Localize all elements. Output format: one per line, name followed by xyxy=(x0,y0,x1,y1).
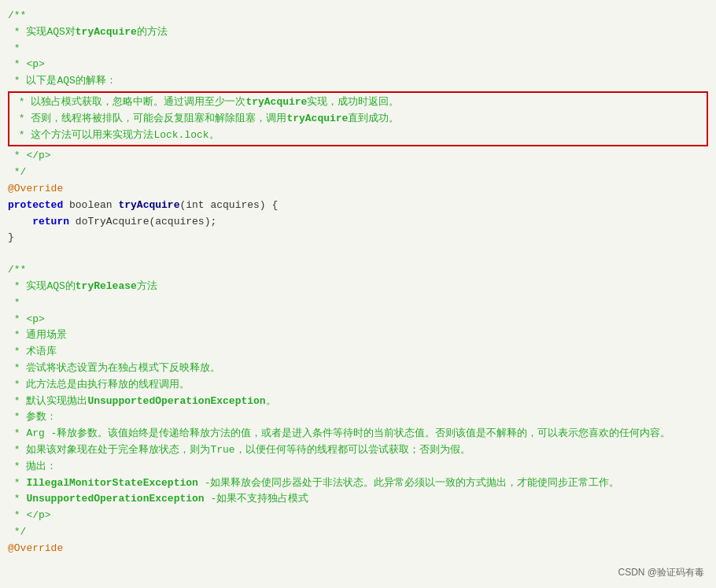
comment-text: * </p> xyxy=(8,508,51,524)
highlight-line-2: * 否则，线程将被排队，可能会反复阻塞和解除阻塞，调用tryAcquire直到成… xyxy=(13,111,703,128)
code-text: doTryAcquire(acquires); xyxy=(69,214,216,231)
highlight-line-1: * 以独占模式获取，忽略中断。通过调用至少一次tryAcquire实现，成功时返… xyxy=(13,94,703,111)
comment-text: /** xyxy=(8,262,26,279)
code-line: * 以下是AQS的解释： xyxy=(0,73,716,90)
watermark: CSDN @验证码有毒 xyxy=(618,565,704,580)
code-line: * 术语库 xyxy=(0,344,716,361)
code-line: * 实现AQS的tryRelease方法 xyxy=(0,279,716,295)
code-line-brace: } xyxy=(0,230,716,246)
comment-text: * <p> xyxy=(8,312,45,328)
comment-text: -如果不支持独占模式 xyxy=(205,491,309,508)
comment-text: * xyxy=(8,475,26,492)
code-line: */ xyxy=(0,165,716,181)
comment-text: * <p> xyxy=(8,57,45,73)
comment-text: * 以下是AQS的解释： xyxy=(8,73,116,90)
code-text xyxy=(8,214,32,231)
code-line: * 抛出： xyxy=(0,459,716,475)
keyword-protected: protected xyxy=(8,198,63,214)
code-text: (int acquires) { xyxy=(179,198,278,214)
comment-text: * 术语库 xyxy=(8,344,57,361)
comment-text: 。 xyxy=(266,394,276,410)
comment-text: */ xyxy=(8,524,26,541)
code-line: * xyxy=(0,41,716,57)
code-line: * IllegalMonitorStateException -如果释放会使同步… xyxy=(0,475,716,492)
keyword-return: return xyxy=(32,214,69,231)
brace-text: } xyxy=(8,230,14,246)
comment-bold: IllegalMonitorStateException xyxy=(26,475,197,492)
code-line: * 默认实现抛出UnsupportedOperationException。 xyxy=(0,394,716,410)
code-line: * <p> xyxy=(0,312,716,328)
comment-text: 方法 xyxy=(137,279,157,295)
code-line: * 参数： xyxy=(0,409,716,426)
code-line: * <p> xyxy=(0,57,716,73)
highlight-block: * 以独占模式获取，忽略中断。通过调用至少一次tryAcquire实现，成功时返… xyxy=(8,91,708,146)
comment-text: /** xyxy=(8,8,26,24)
code-line: * xyxy=(0,295,716,312)
code-line: * </p> xyxy=(0,148,716,165)
annotation-text-2: @Override xyxy=(8,541,63,557)
comment-text: * xyxy=(8,41,20,57)
comment-text: * 尝试将状态设置为在独占模式下反映释放。 xyxy=(8,361,220,377)
watermark-text: CSDN @验证码有毒 xyxy=(618,567,704,578)
comment-text: * xyxy=(8,295,20,312)
comment-text: * xyxy=(8,491,26,508)
comment-text: -如果释放会使同步器处于非法状态。此异常必须以一致的方式抛出，才能使同步正常工作… xyxy=(198,475,620,492)
comment-text: * 默认实现抛出 xyxy=(8,394,87,410)
code-line: * 通用场景 xyxy=(0,327,716,344)
code-line: * UnsupportedOperationException -如果不支持独占… xyxy=(0,491,716,508)
comment-text: * </p> xyxy=(8,148,51,165)
code-line: /** xyxy=(0,262,716,279)
code-line-method: protected boolean tryAcquire (int acquir… xyxy=(0,198,716,214)
comment-text: * Arg -释放参数。该值始终是传递给释放方法的值，或者是进入条件等待时的当前… xyxy=(8,426,670,442)
comment-bold: tryAcquire xyxy=(76,24,137,41)
comment-bold: UnsupportedOperationException xyxy=(87,394,265,410)
comment-text: * 实现AQS的 xyxy=(8,279,76,295)
comment-text: 的方法 xyxy=(137,24,168,41)
code-line-return: return doTryAcquire(acquires); xyxy=(0,214,716,231)
highlight-line-3: * 这个方法可以用来实现方法Lock.lock。 xyxy=(13,128,703,144)
comment-text: * 此方法总是由执行释放的线程调用。 xyxy=(8,377,190,394)
code-line: * 此方法总是由执行释放的线程调用。 xyxy=(0,377,716,394)
comment-text: */ xyxy=(8,165,26,181)
code-line: * 实现AQS对tryAcquire的方法 xyxy=(0,24,716,41)
method-name: tryAcquire xyxy=(118,198,179,214)
code-line-override: @Override xyxy=(0,181,716,198)
empty-line xyxy=(0,246,716,262)
code-text: boolean xyxy=(63,198,118,214)
code-line-override2: @Override xyxy=(0,541,716,557)
code-line: /** xyxy=(0,8,716,24)
annotation-text: @Override xyxy=(8,181,63,198)
comment-text: * 如果该对象现在处于完全释放状态，则为True，以便任何等待的线程都可以尝试获… xyxy=(8,442,471,459)
code-container: /** * 实现AQS对tryAcquire的方法 * * <p> * 以下是A… xyxy=(0,0,716,588)
comment-text: * 通用场景 xyxy=(8,327,67,344)
comment-text: * 参数： xyxy=(8,409,57,426)
comment-bold: UnsupportedOperationException xyxy=(26,491,204,508)
comment-text: * 抛出： xyxy=(8,459,57,475)
code-line: * 尝试将状态设置为在独占模式下反映释放。 xyxy=(0,361,716,377)
code-line: * 如果该对象现在处于完全释放状态，则为True，以便任何等待的线程都可以尝试获… xyxy=(0,442,716,459)
code-line: * Arg -释放参数。该值始终是传递给释放方法的值，或者是进入条件等待时的当前… xyxy=(0,426,716,442)
comment-text: * 实现AQS对 xyxy=(8,24,76,41)
code-line: * </p> xyxy=(0,508,716,524)
code-line: */ xyxy=(0,524,716,541)
comment-bold: tryRelease xyxy=(76,279,137,295)
